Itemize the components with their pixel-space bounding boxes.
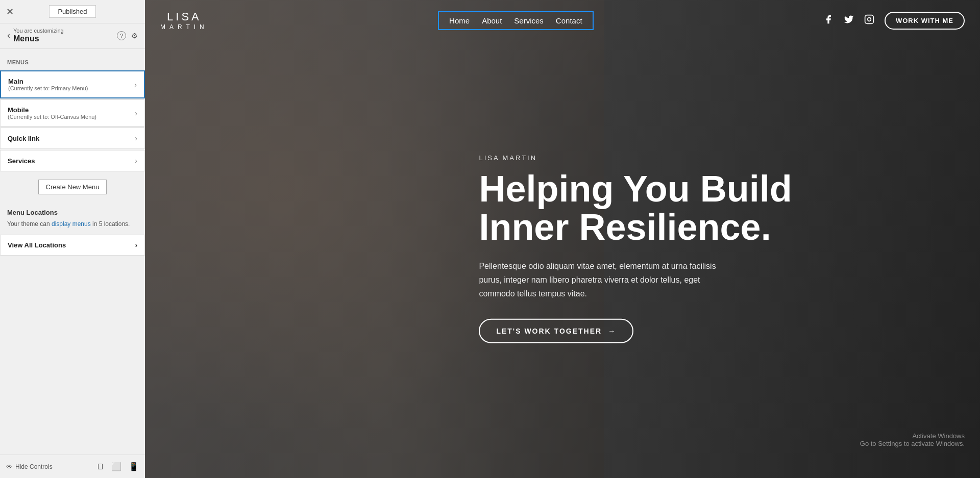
customizing-label: You are customizing (13, 28, 64, 34)
customizing-icons: ? ⚙ (117, 31, 138, 40)
customizer-panel: ✕ Published ‹ You are customizing Menus … (0, 0, 145, 478)
hero-headline: Helping You Build Inner Resilience. (479, 169, 938, 246)
logo-second: MARTIN (160, 23, 208, 31)
menu-item-mobile-sub: (Currently set to: Off-Canvas Menu) (8, 114, 96, 120)
menu-item-main-name: Main (8, 78, 88, 85)
customizing-row: ‹ You are customizing Menus ? ⚙ (0, 23, 145, 45)
menu-item-main-sub: (Currently set to: Primary Menu) (8, 85, 88, 91)
nav-logo: LISA MARTIN (160, 10, 208, 31)
menu-item-mobile-name: Mobile (8, 106, 96, 114)
website-preview: LISA MARTIN Home About Services Contact (145, 0, 980, 478)
back-button[interactable]: ‹ (7, 30, 10, 41)
hero-name: LISA MARTIN (479, 154, 938, 161)
eye-icon: 👁 (6, 463, 12, 470)
menu-item-main[interactable]: Main (Currently set to: Primary Menu) › (0, 70, 145, 98)
lets-work-label: LET'S WORK TOGETHER (496, 327, 602, 335)
menu-item-mobile-text: Mobile (Currently set to: Off-Canvas Men… (8, 106, 96, 120)
view-all-locations-label: View All Locations (8, 241, 66, 249)
arrow-icon: → (608, 327, 616, 335)
chevron-right-icon: › (135, 109, 137, 117)
top-bar: ✕ Published (0, 0, 145, 23)
menu-locations-link[interactable]: display menus (52, 220, 91, 228)
bottom-bar: 👁 Hide Controls 🖥 ⬜ 📱 (0, 455, 145, 478)
nav-link-about[interactable]: About (482, 16, 502, 25)
menu-locations-desc-before: Your theme can (7, 220, 52, 228)
instagram-icon[interactable] (864, 14, 874, 27)
menu-item-quicklink[interactable]: Quick link › (0, 128, 145, 149)
create-new-menu-wrap: Create New Menu (0, 172, 145, 202)
menu-locations-title: Menu Locations (7, 209, 138, 216)
menu-item-quicklink-name: Quick link (8, 135, 39, 142)
hero-headline-line2: Inner Resilience. (479, 207, 771, 247)
chevron-right-icon: › (134, 81, 137, 89)
view-all-locations[interactable]: View All Locations › (0, 235, 145, 256)
settings-icon[interactable]: ⚙ (131, 32, 138, 40)
menu-item-main-text: Main (Currently set to: Primary Menu) (8, 78, 88, 91)
chevron-right-icon: › (135, 241, 137, 249)
nav-links: Home About Services Contact (449, 16, 582, 25)
nav-links-container: Home About Services Contact (438, 11, 593, 30)
menu-locations-desc-after: in 5 locations. (91, 220, 130, 228)
customizing-info: You are customizing Menus (13, 28, 64, 43)
menu-item-services-name: Services (8, 157, 35, 165)
activate-windows-watermark: Activate Windows Go to Settings to activ… (860, 432, 965, 447)
published-button[interactable]: Published (49, 5, 95, 18)
hero-content: LISA MARTIN Helping You Build Inner Resi… (479, 154, 938, 343)
customizing-left: ‹ You are customizing Menus (7, 28, 64, 43)
chevron-right-icon: › (135, 134, 137, 142)
help-icon[interactable]: ? (117, 31, 126, 40)
hide-controls-label: Hide Controls (15, 463, 53, 470)
menu-item-services[interactable]: Services › (0, 150, 145, 171)
svg-rect-0 (865, 15, 874, 23)
menu-item-quicklink-text: Quick link (8, 135, 39, 142)
tablet-icon[interactable]: ⬜ (111, 462, 121, 471)
device-icons: 🖥 ⬜ 📱 (96, 462, 139, 471)
hide-controls-button[interactable]: 👁 Hide Controls (6, 463, 53, 470)
twitter-icon[interactable] (844, 14, 854, 27)
activate-windows-line2: Go to Settings to activate Windows. (860, 440, 965, 447)
work-with-me-button[interactable]: WORK WITH ME (885, 12, 965, 30)
menu-locations-section: Menu Locations Your theme can display me… (0, 202, 145, 232)
mobile-icon[interactable]: 📱 (129, 462, 139, 471)
nav-link-home[interactable]: Home (449, 16, 470, 25)
panel-content: Menus Main (Currently set to: Primary Me… (0, 52, 145, 455)
chevron-right-icon: › (135, 157, 137, 165)
menu-item-mobile[interactable]: Mobile (Currently set to: Off-Canvas Men… (0, 99, 145, 127)
nav-link-contact[interactable]: Contact (556, 16, 582, 25)
hero-subtext: Pellentesque odio aliquam vitae amet, el… (479, 259, 724, 300)
nav-link-services[interactable]: Services (514, 16, 544, 25)
lets-work-together-button[interactable]: LET'S WORK TOGETHER → (479, 319, 633, 343)
navbar: LISA MARTIN Home About Services Contact (145, 0, 980, 41)
panel-divider (0, 48, 145, 49)
nav-right: WORK WITH ME (823, 12, 965, 30)
facebook-icon[interactable] (823, 14, 834, 27)
activate-windows-line1: Activate Windows (860, 432, 965, 440)
desktop-icon[interactable]: 🖥 (96, 462, 104, 471)
menu-locations-desc: Your theme can display menus in 5 locati… (7, 219, 138, 229)
hero-headline-line1: Helping You Build (479, 168, 792, 209)
create-new-menu-button[interactable]: Create New Menu (38, 180, 107, 194)
close-button[interactable]: ✕ (6, 6, 14, 17)
menus-title: Menus (13, 34, 64, 43)
menu-item-services-text: Services (8, 157, 35, 165)
logo-first: LISA (160, 10, 208, 23)
menus-section-label: Menus (0, 52, 145, 69)
